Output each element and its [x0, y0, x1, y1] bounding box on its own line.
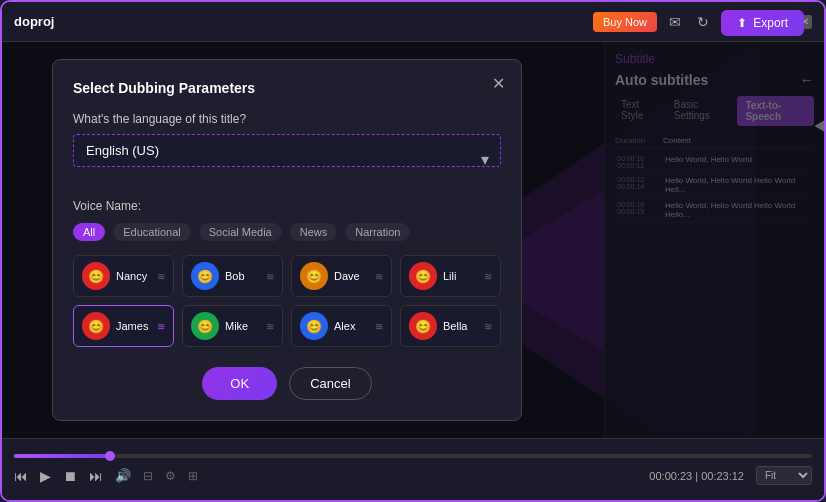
voice-name-nancy: Nancy	[116, 270, 151, 282]
fast-forward-button[interactable]: ⏭	[89, 468, 103, 484]
volume-icon[interactable]: 🔊	[115, 468, 131, 483]
language-select-wrapper: English (US) English (UK) Spanish French…	[73, 134, 501, 183]
progress-bar-fill	[14, 454, 110, 458]
filter-row: All Educational Social Media News Narrat…	[73, 223, 501, 241]
voice-grid: 😊 Nancy ≋ 😊 Bob ≋ 😊 Dave ≋	[73, 255, 501, 347]
voice-item-bob[interactable]: 😊 Bob ≋	[182, 255, 283, 297]
dialog-buttons: OK Cancel	[73, 367, 501, 400]
voice-name-bella: Bella	[443, 320, 478, 332]
voice-avatar-mike: 😊	[191, 312, 219, 340]
voice-avatar-alex: 😊	[300, 312, 328, 340]
app-logo: doproj	[14, 14, 54, 29]
time-display: 00:00:23 | 00:23:12	[649, 470, 744, 482]
dialog-close-button[interactable]: ✕	[492, 74, 505, 93]
crop-icon[interactable]: ⊞	[188, 469, 198, 483]
player-controls: ⏮ ▶ ⏹ ⏭ 🔊 ⊟ ⚙ ⊞ 00:00:23 | 00:23:12 Fit …	[14, 466, 812, 485]
title-bar: doproj Buy Now ✉ ↻ 👤 ─ □ ✕	[2, 2, 824, 42]
voice-name-lili: Lili	[443, 270, 478, 282]
progress-bar[interactable]	[14, 454, 812, 458]
filter-social-media-button[interactable]: Social Media	[199, 223, 282, 241]
voice-waves-bella[interactable]: ≋	[484, 321, 492, 332]
voice-item-dave[interactable]: 😊 Dave ≋	[291, 255, 392, 297]
voice-name-james: James	[116, 320, 151, 332]
rewind-button[interactable]: ⏮	[14, 468, 28, 484]
zoom-select[interactable]: Fit 25% 50% 100% 200%	[756, 466, 812, 485]
voice-item-nancy[interactable]: 😊 Nancy ≋	[73, 255, 174, 297]
voice-name-dave: Dave	[334, 270, 369, 282]
voice-item-bella[interactable]: 😊 Bella ≋	[400, 305, 501, 347]
cancel-button[interactable]: Cancel	[289, 367, 371, 400]
language-select[interactable]: English (US) English (UK) Spanish French…	[73, 134, 501, 167]
voice-avatar-bob: 😊	[191, 262, 219, 290]
export-button[interactable]: ⬆ Export	[721, 10, 804, 36]
voice-avatar-dave: 😊	[300, 262, 328, 290]
voice-avatar-lili: 😊	[409, 262, 437, 290]
voice-avatar-nancy: 😊	[82, 262, 110, 290]
voice-item-alex[interactable]: 😊 Alex ≋	[291, 305, 392, 347]
voice-waves-mike[interactable]: ≋	[266, 321, 274, 332]
language-label: What's the language of this title?	[73, 112, 501, 126]
voice-item-mike[interactable]: 😊 Mike ≋	[182, 305, 283, 347]
voice-name-alex: Alex	[334, 320, 369, 332]
voice-item-lili[interactable]: 😊 Lili ≋	[400, 255, 501, 297]
filter-all-button[interactable]: All	[73, 223, 105, 241]
filter-news-button[interactable]: News	[290, 223, 338, 241]
voice-name-label: Voice Name:	[73, 199, 501, 213]
mail-icon[interactable]: ✉	[665, 12, 685, 32]
stop-button[interactable]: ⏹	[63, 468, 77, 484]
voice-name-mike: Mike	[225, 320, 260, 332]
voice-name-bob: Bob	[225, 270, 260, 282]
dialog: Select Dubbing Parameters ✕ What's the l…	[52, 59, 522, 421]
settings-icon[interactable]: ⚙	[165, 469, 176, 483]
refresh-icon[interactable]: ↻	[693, 12, 713, 32]
progress-thumb	[105, 451, 115, 461]
app-window: doproj Buy Now ✉ ↻ 👤 ─ □ ✕ ⬆ Export	[0, 0, 826, 502]
ok-button[interactable]: OK	[202, 367, 277, 400]
play-button[interactable]: ▶	[40, 468, 51, 484]
voice-waves-nancy[interactable]: ≋	[157, 271, 165, 282]
export-icon: ⬆	[737, 16, 747, 30]
title-bar-left: doproj	[14, 14, 54, 29]
voice-waves-alex[interactable]: ≋	[375, 321, 383, 332]
buy-now-button[interactable]: Buy Now	[593, 12, 657, 32]
voice-waves-dave[interactable]: ≋	[375, 271, 383, 282]
bottom-bar: ⏮ ▶ ⏹ ⏭ 🔊 ⊟ ⚙ ⊞ 00:00:23 | 00:23:12 Fit …	[2, 438, 824, 500]
voice-waves-bob[interactable]: ≋	[266, 271, 274, 282]
dialog-title: Select Dubbing Parameters	[73, 80, 501, 96]
voice-item-james[interactable]: 😊 James ≋	[73, 305, 174, 347]
filter-educational-button[interactable]: Educational	[113, 223, 191, 241]
voice-waves-lili[interactable]: ≋	[484, 271, 492, 282]
voice-avatar-bella: 😊	[409, 312, 437, 340]
filter-narration-button[interactable]: Narration	[345, 223, 410, 241]
voice-avatar-james: 😊	[82, 312, 110, 340]
captions-icon[interactable]: ⊟	[143, 469, 153, 483]
voice-waves-james[interactable]: ≋	[157, 321, 165, 332]
modal-overlay: Select Dubbing Parameters ✕ What's the l…	[2, 42, 824, 438]
